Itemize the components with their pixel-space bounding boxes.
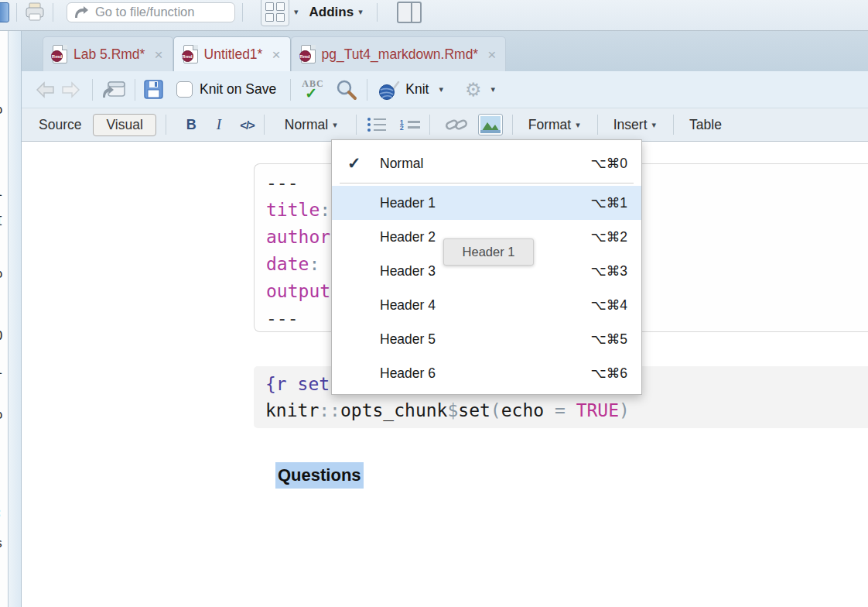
check-icon: ✓ — [305, 84, 317, 102]
tab-label: Untitled1* — [204, 46, 263, 63]
menu-item-header1[interactable]: Header 1 ⌥⌘1 — [332, 186, 641, 220]
chevron-down-icon[interactable]: ▾ — [490, 84, 495, 94]
insert-menu[interactable]: Insert ▾ — [613, 117, 656, 133]
table-menu[interactable]: Table — [689, 117, 722, 133]
tab-close-icon[interactable]: × — [154, 47, 162, 62]
bold-button[interactable]: B — [186, 117, 196, 133]
tab-untitled1[interactable]: Rmd Untitled1* × — [173, 36, 291, 71]
main-toolbar: Go to file/function ▾ Addins ▾ — [0, 0, 868, 31]
goto-file-placeholder: Go to file/function — [95, 5, 194, 19]
paragraph-style-dropdown[interactable]: Normal ▾ — [285, 117, 337, 133]
toolbar-separator — [92, 79, 93, 101]
image-icon — [480, 116, 501, 133]
printer-icon — [24, 2, 46, 22]
toolbar-separator — [377, 3, 378, 22]
toolbar-separator — [512, 115, 513, 135]
menu-shortcut: ⌥⌘0 — [591, 156, 627, 172]
clipped-text: o — [0, 407, 3, 422]
chevron-down-icon[interactable]: ▾ — [439, 84, 443, 94]
search-icon[interactable] — [334, 78, 359, 101]
knit-yarn-icon — [378, 79, 400, 101]
editor-toolbar: Knit on Save ABC ✓ Knit ▾ ⚙ ▾ — [22, 71, 868, 108]
rmd-file-icon: Rmd — [301, 45, 316, 63]
clipped-text: l — [0, 184, 3, 199]
tab-close-icon[interactable]: × — [272, 47, 280, 62]
menu-item-normal[interactable]: ✓ Normal ⌥⌘0 — [332, 146, 641, 180]
new-file-icon[interactable] — [0, 2, 9, 22]
back-arrow-icon[interactable] — [35, 80, 56, 100]
image-button[interactable] — [478, 114, 503, 135]
knit-button[interactable]: Knit ▾ — [378, 79, 443, 101]
menu-shortcut: ⌥⌘5 — [591, 331, 627, 348]
tab-close-icon[interactable]: × — [487, 47, 496, 62]
goto-arrow-icon — [73, 5, 89, 19]
chevron-down-icon: ▾ — [333, 120, 337, 130]
visual-mode-button[interactable]: Visual — [93, 114, 155, 136]
toolbar-separator — [135, 79, 135, 101]
code-button[interactable]: </> — [240, 118, 255, 132]
clipped-text: l — [0, 362, 3, 377]
print-button[interactable] — [24, 2, 46, 22]
toolbar-separator — [429, 115, 430, 135]
rstudio-window: Go to file/function ▾ Addins ▾ o l I o 0… — [0, 0, 868, 607]
knit-on-save-label: Knit on Save — [200, 81, 276, 98]
menu-item-header5[interactable]: Header 5 ⌥⌘5 — [332, 322, 641, 356]
clipped-text: o — [0, 102, 3, 117]
pane-divider[interactable] — [8, 31, 22, 607]
toolbar-separator — [242, 3, 243, 22]
numbered-list-icon[interactable]: 1 2 — [400, 121, 420, 129]
bullet-list-icon[interactable] — [367, 118, 386, 132]
tab-lab5[interactable]: Rmd Lab 5.Rmd* × — [43, 36, 173, 71]
toolbar-separator — [367, 79, 367, 101]
tab-pg-tut4[interactable]: Rmd pg_Tut4_markdown.Rmd* × — [291, 36, 507, 71]
knit-on-save-checkbox[interactable] — [176, 81, 193, 98]
chevron-down-icon: ▾ — [576, 120, 580, 130]
toolbar-separator — [16, 3, 17, 22]
toolbar-separator — [673, 115, 674, 135]
menu-separator — [340, 183, 634, 183]
chevron-down-icon[interactable]: ▾ — [294, 7, 299, 17]
tab-label: pg_Tut4_markdown.Rmd* — [322, 46, 479, 63]
addins-menu[interactable]: Addins — [309, 5, 354, 20]
check-icon: ✓ — [347, 154, 380, 173]
save-icon[interactable] — [143, 79, 164, 100]
source-mode-button[interactable]: Source — [39, 117, 81, 133]
open-in-window-icon[interactable] — [101, 79, 127, 101]
menu-item-header6[interactable]: Header 6 ⌥⌘6 — [332, 356, 641, 390]
addins-grid-icon[interactable] — [261, 0, 289, 26]
gear-icon[interactable]: ⚙ — [465, 81, 482, 99]
toolbar-separator — [53, 3, 53, 22]
menu-shortcut: ⌥⌘4 — [591, 297, 627, 314]
spellcheck-button[interactable]: ABC ✓ — [299, 78, 326, 101]
tooltip-text: Header 1 — [463, 245, 515, 259]
rmd-file-icon: Rmd — [53, 45, 67, 63]
menu-item-header4[interactable]: Header 4 ⌥⌘4 — [332, 288, 641, 322]
clipped-text: I — [0, 214, 3, 228]
hover-tooltip: Header 1 — [443, 238, 534, 266]
clipped-text: s — [0, 536, 3, 550]
goto-file-search[interactable]: Go to file/function — [67, 2, 235, 22]
link-icon[interactable] — [444, 115, 469, 135]
rmd-file-icon: Rmd — [183, 45, 198, 63]
pane-layout-icon[interactable] — [397, 2, 422, 23]
tab-bar: Rmd Lab 5.Rmd* × Rmd Untitled1* × Rmd pg… — [22, 31, 868, 71]
left-pane-sliver: o l I o 0 l o : s — [0, 31, 8, 607]
chevron-down-icon[interactable]: ▾ — [358, 7, 363, 17]
clipped-text: o — [0, 266, 3, 281]
toolbar-separator — [290, 79, 291, 101]
chunk-code-line[interactable]: knitr::opts_chunk$set(echo = TRUE) — [265, 397, 868, 424]
italic-button[interactable]: I — [217, 116, 221, 133]
selected-heading-text[interactable]: Questions — [275, 462, 364, 489]
menu-shortcut: ⌥⌘1 — [591, 195, 627, 211]
menu-shortcut: ⌥⌘6 — [591, 365, 627, 382]
menu-shortcut: ⌥⌘3 — [591, 263, 627, 279]
forward-arrow-icon[interactable] — [60, 80, 81, 100]
clipped-text: : — [0, 505, 3, 520]
menu-shortcut: ⌥⌘2 — [591, 229, 627, 245]
toolbar-separator — [264, 115, 265, 135]
toolbar-separator — [356, 115, 357, 135]
clipped-text: 0 — [0, 328, 3, 343]
toolbar-separator — [166, 115, 166, 135]
format-menu[interactable]: Format ▾ — [528, 117, 580, 133]
format-toolbar: Source Visual B I </> Normal ▾ 1 2 — [22, 108, 868, 142]
